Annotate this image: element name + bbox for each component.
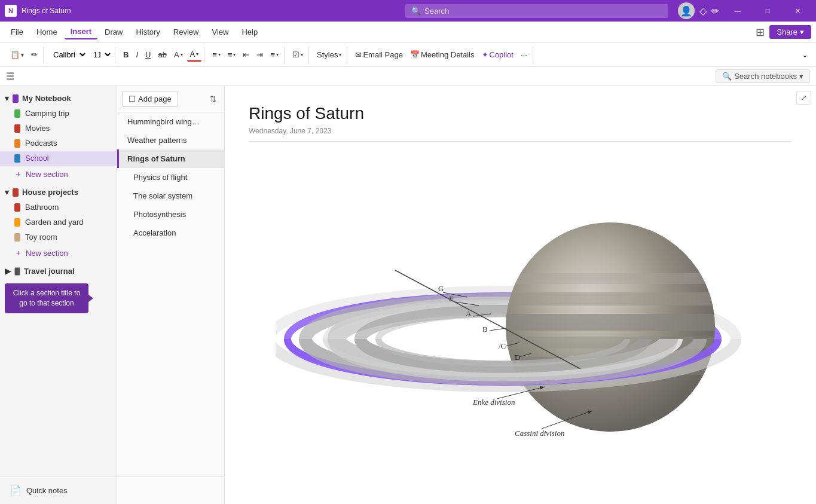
expand-btn[interactable]: ⤢ xyxy=(796,91,811,105)
menu-view[interactable]: View xyxy=(206,25,234,39)
new-section-house[interactable]: ＋ New section xyxy=(0,245,117,261)
new-section-my-notebook[interactable]: ＋ New section xyxy=(0,166,117,182)
toolbar: 📋▾ ✏ Calibri 11 B I U ab A▾ A▾ ≡▾ ≡▾ ⇤ ⇥… xyxy=(0,43,816,67)
menu-review[interactable]: Review xyxy=(167,25,205,39)
app-icon-letter: N xyxy=(8,7,13,14)
plus-icon-2: ＋ xyxy=(14,248,22,258)
close-btn[interactable]: ✕ xyxy=(784,0,811,22)
page-hummingbird[interactable]: Hummingbird wing… xyxy=(117,112,224,131)
font-color-btn[interactable]: A▾ xyxy=(187,48,202,62)
toolbar-right: ⌄ xyxy=(799,48,811,61)
indent-inc-btn[interactable]: ⇥ xyxy=(253,48,266,61)
title-search-bar[interactable]: 🔍 xyxy=(405,4,668,18)
diamond-icon[interactable]: ◇ xyxy=(699,5,707,17)
italic-btn[interactable]: I xyxy=(133,48,141,61)
quick-notes-btn[interactable]: 📄 Quick notes xyxy=(5,482,117,499)
menu-file[interactable]: File xyxy=(5,25,29,39)
menu-insert[interactable]: Insert xyxy=(65,25,97,39)
align-btn[interactable]: ≡▾ xyxy=(267,48,282,61)
label-f: F xyxy=(449,294,453,303)
menu-history[interactable]: History xyxy=(130,25,166,39)
add-page-btn[interactable]: ☐ Add page xyxy=(122,91,178,107)
page-weather[interactable]: Weather patterns xyxy=(117,131,224,149)
layout-toggle-icon[interactable]: ⊞ xyxy=(756,26,765,39)
notebook-travel-journal: ▶ Travel journal xyxy=(0,264,117,279)
section-camping-trip[interactable]: Camping trip xyxy=(0,106,117,121)
page-title[interactable]: Rings of Saturn xyxy=(249,104,792,123)
indent-dec-btn[interactable]: ⇤ xyxy=(240,48,252,61)
section-bathroom-label: Bathroom xyxy=(25,203,59,212)
menu-home[interactable]: Home xyxy=(30,25,63,39)
notebook-house-projects-color xyxy=(13,188,19,197)
label-b: B xyxy=(482,325,488,334)
notebook-my-notebook: ▾ My Notebook Camping trip Movies Podcas… xyxy=(0,91,117,182)
search-notebooks-label: Search notebooks xyxy=(734,72,797,81)
bullets-btn[interactable]: ≡▾ xyxy=(209,48,224,61)
notebook-my-notebook-label: My Notebook xyxy=(22,94,71,103)
menu-bar: File Home Insert Draw History Review Vie… xyxy=(0,22,816,43)
font-group: Calibri 11 xyxy=(46,47,115,63)
checklist-btn[interactable]: ☑▾ xyxy=(289,48,306,61)
tooltip-arrow xyxy=(88,295,93,302)
app-title: Rings of Saturn xyxy=(22,7,401,15)
underline-btn[interactable]: U xyxy=(142,48,154,61)
search-notebooks-btn[interactable]: 🔍 Search notebooks ▾ xyxy=(716,69,810,83)
label-c: /C xyxy=(499,341,506,350)
hamburger-icon[interactable]: ☰ xyxy=(6,71,14,82)
section-podcasts[interactable]: Podcasts xyxy=(0,136,117,151)
sort-btn[interactable]: ⇅ xyxy=(207,91,219,106)
page-physics-of-flight[interactable]: Physics of flight xyxy=(117,168,224,187)
section-bathroom[interactable]: Bathroom xyxy=(0,200,117,215)
section-movies-label: Movies xyxy=(25,124,50,133)
collapse-toolbar-btn[interactable]: ⌄ xyxy=(799,48,811,61)
section-school[interactable]: School xyxy=(0,151,117,166)
section-bathroom-color xyxy=(14,203,20,212)
notebook-travel-journal-header[interactable]: ▶ Travel journal xyxy=(0,264,117,279)
saturn-svg: G F A B /C D Enke d xyxy=(276,154,766,453)
section-toy-room-label: Toy room xyxy=(25,233,57,242)
section-toy-room[interactable]: Toy room xyxy=(0,230,117,245)
user-avatar[interactable]: 👤 xyxy=(678,2,695,19)
section-garden[interactable]: Garden and yard xyxy=(0,215,117,230)
section-movies[interactable]: Movies xyxy=(0,121,117,136)
window-controls: — □ ✕ xyxy=(724,0,811,22)
page-solar-system[interactable]: The solar system xyxy=(117,187,224,205)
meeting-details-btn[interactable]: 📅 Meeting Details xyxy=(407,48,478,61)
strikethrough-btn[interactable]: ab xyxy=(155,48,169,61)
add-page-label: Add page xyxy=(138,94,172,103)
notebook-house-projects-label: House projects xyxy=(22,188,78,197)
notebook-house-projects-header[interactable]: ▾ House projects xyxy=(0,185,117,200)
more-btn[interactable]: ··· xyxy=(518,48,530,61)
page-photosynthesis[interactable]: Photosynthesis xyxy=(117,205,224,224)
format-brush-btn[interactable]: ✏ xyxy=(28,48,41,61)
list-group: ≡▾ ≡▾ ⇤ ⇥ ≡▾ xyxy=(207,47,285,63)
notebook-house-projects: ▾ House projects Bathroom Garden and yar… xyxy=(0,185,117,261)
section-garden-color xyxy=(14,218,20,227)
share-button[interactable]: Share ▾ xyxy=(769,25,811,39)
saturn-diagram: G F A B /C D Enke d xyxy=(249,154,792,453)
font-select[interactable]: Calibri xyxy=(48,48,87,61)
styles-btn[interactable]: Styles ▾ xyxy=(314,48,344,61)
font-size-select[interactable]: 11 xyxy=(88,48,112,61)
title-search-input[interactable] xyxy=(424,7,662,16)
page-acceleration[interactable]: Accelaration xyxy=(117,224,224,242)
menu-help[interactable]: Help xyxy=(236,25,264,39)
notebook-my-notebook-color xyxy=(13,94,19,103)
pen-icon[interactable]: ✏ xyxy=(711,5,719,17)
menu-draw[interactable]: Draw xyxy=(99,25,129,39)
email-page-btn[interactable]: ✉ Email Page xyxy=(352,48,405,61)
plus-icon: ＋ xyxy=(14,169,22,179)
notebook-my-notebook-header[interactable]: ▾ My Notebook xyxy=(0,91,117,106)
page-rings-of-saturn[interactable]: Rings of Saturn xyxy=(117,149,224,168)
numbering-btn[interactable]: ≡▾ xyxy=(225,48,239,61)
bold-btn[interactable]: B xyxy=(120,48,132,61)
label-d: D xyxy=(515,353,520,362)
chevron-down-icon: ▾ xyxy=(5,94,9,103)
highlight-btn[interactable]: A▾ xyxy=(171,48,186,61)
notebook-travel-journal-label: Travel journal xyxy=(24,267,75,276)
title-bar: N Rings of Saturn 🔍 👤 ◇ ✏ — □ ✕ xyxy=(0,0,816,22)
clipboard-btn[interactable]: 📋▾ xyxy=(7,48,27,61)
minimize-btn[interactable]: — xyxy=(724,0,751,22)
copilot-btn[interactable]: ✦ Copilot xyxy=(479,48,517,61)
maximize-btn[interactable]: □ xyxy=(754,0,781,22)
